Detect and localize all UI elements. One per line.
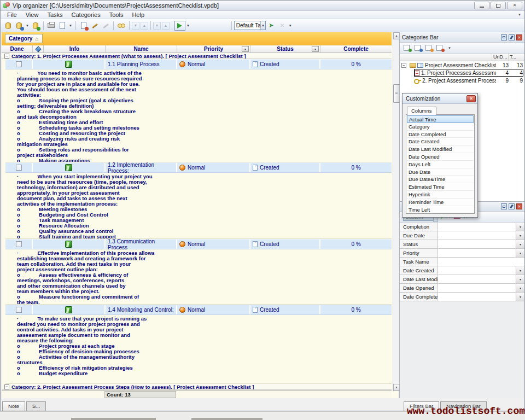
filter-dropdown[interactable]: ▼ [516,223,524,231]
tab-columns[interactable]: Columns [407,107,436,115]
customization-title-bar[interactable]: Customization ✕ [402,94,477,104]
column-item-due-date-time[interactable]: Due Date&Time [407,176,474,183]
filter-dropdown[interactable]: ▼ [516,284,524,292]
view-mode-button[interactable] [174,21,185,31]
filter-dropdown[interactable]: ▼ [516,231,524,240]
group-by-category-button[interactable]: Category △ [5,34,43,43]
menu-tools[interactable]: Tools [105,11,128,18]
filter-value[interactable] [438,266,516,275]
column-item-time-left[interactable]: Time Left [407,206,474,214]
delete-task-button[interactable] [101,21,110,31]
open-database-button[interactable] [14,21,24,31]
menu-categories[interactable]: Categories [67,11,105,18]
column-item-reminder-time[interactable]: Reminder Time [407,199,474,206]
task-2-status[interactable]: Created [250,163,320,172]
column-header-priority[interactable]: Priority ▼ [177,45,250,52]
grid-vertical-scrollbar[interactable]: ▲ ▼ [393,32,399,391]
print-preview-button[interactable] [57,21,67,31]
task-1-done-cell[interactable] [5,60,33,69]
print-button[interactable] [46,21,56,31]
filter-value[interactable] [438,240,516,248]
column-item-actual-time[interactable]: Actual Time [407,115,474,123]
checkbox[interactable] [16,241,22,247]
filter-value[interactable] [438,223,516,231]
menu-view[interactable]: View [21,11,43,18]
filter-value[interactable] [438,258,524,266]
filter-value[interactable] [438,284,516,292]
tab-note[interactable]: Note [2,401,25,411]
move-down-button[interactable]: ▼ [132,22,139,30]
panel-restore-button[interactable] [501,34,507,40]
task-2-complete[interactable]: 0 % [320,163,392,172]
move-bottom-button[interactable]: ▼ [153,22,161,30]
task-3-done-cell[interactable] [5,240,33,249]
column-undone[interactable]: UnD... [492,54,508,61]
panel-pin-button[interactable] [509,34,515,40]
task-row-3[interactable]: 1.3 Communication Process Normal Created… [5,239,392,249]
panel-pin-button[interactable] [509,203,515,209]
new-category-button[interactable] [403,44,412,52]
category-row-2[interactable]: − Category: 2. Project Assessment Proces… [2,384,392,390]
new-subcategory-button[interactable] [414,44,423,52]
task-2-priority[interactable]: Normal [177,163,250,172]
new-task-button[interactable] [79,21,89,31]
tree-row-category-2[interactable]: 2. Project Assessment Process Step 9 9 [400,77,524,84]
filter-dropdown[interactable]: ▼ [516,275,524,283]
move-up-button[interactable]: ▲ [141,22,148,30]
menubar-overflow-icon[interactable]: ▼ [518,13,521,16]
task-4-status[interactable]: Created [250,305,320,314]
task-3-name[interactable]: 1.3 Communication Process [106,240,177,249]
print-dropdown-icon[interactable]: ▼ [69,24,72,27]
collapse-icon[interactable]: − [401,63,406,68]
task-2-info-cell[interactable] [33,163,106,172]
close-button[interactable]: ✕ [507,2,522,9]
filter-dropdown[interactable]: ▼ [516,249,524,257]
save-database-button[interactable] [31,21,40,31]
move-top-button[interactable]: ▲ [162,22,170,30]
task-3-priority[interactable]: Normal [177,240,250,249]
column-item-hyperlink[interactable]: Hyperlink [407,191,474,199]
maximize-button[interactable] [491,2,506,9]
column-item-estimated-time[interactable]: Estimated Time [407,183,474,191]
column-item-category[interactable]: Category [407,123,474,131]
column-header-info[interactable]: Info [44,45,106,52]
clear-view-button[interactable]: ✕ [277,21,287,31]
task-4-done-cell[interactable] [5,305,33,314]
panel-restore-button[interactable] [501,203,507,209]
view-mode-dropdown-icon[interactable]: ▼ [186,24,190,27]
tree-row-category-1[interactable]: 1. Project Processes Assessment (W 4 4 [400,69,524,77]
view-task-button[interactable] [116,21,126,31]
task-4-info-cell[interactable] [33,305,106,314]
task-3-info-cell[interactable] [33,240,106,249]
task-view-dropdown-icon[interactable]: ▼ [260,21,265,30]
filter-value[interactable] [438,293,516,301]
task-3-complete[interactable]: 0 % [320,240,392,249]
apply-view-button[interactable]: ➤ [266,21,276,31]
task-4-name[interactable]: 1.4 Monitoring and Control: [106,305,177,314]
filter-value[interactable] [438,275,516,283]
checkbox[interactable] [16,307,22,313]
menu-tasks[interactable]: Tasks [43,11,67,18]
task-2-name[interactable]: 1.2 Implementation Process: [106,163,177,172]
task-row-2[interactable]: 1.2 Implementation Process: Normal Creat… [5,162,392,173]
tree-row-root[interactable]: − Project Assessment Checklist 13 13 [400,61,524,69]
column-item-date-completed[interactable]: Date Completed [407,131,474,138]
menu-help[interactable]: Help [127,11,149,18]
edit-category-button[interactable] [425,44,434,52]
filter-dropdown[interactable]: ▼ [516,266,524,275]
column-item-days-left[interactable]: Days Left [407,161,474,168]
task-2-done-cell[interactable] [5,163,33,172]
menu-file[interactable]: File [3,11,21,18]
task-4-priority[interactable]: Normal [177,305,250,314]
checkbox[interactable] [16,165,22,171]
edit-task-button[interactable] [90,21,100,31]
task-1-status[interactable]: Created [250,60,320,69]
minimize-button[interactable] [474,2,489,9]
collapse-icon[interactable]: − [4,384,9,389]
column-header-complete[interactable]: Complete [320,45,392,52]
task-1-info-cell[interactable] [33,60,106,69]
task-1-name[interactable]: 1.1 Planning Process [106,60,177,69]
collapse-icon[interactable]: − [4,54,9,59]
column-item-date-opened[interactable]: Date Opened [407,153,474,161]
filter-value[interactable] [438,249,516,257]
